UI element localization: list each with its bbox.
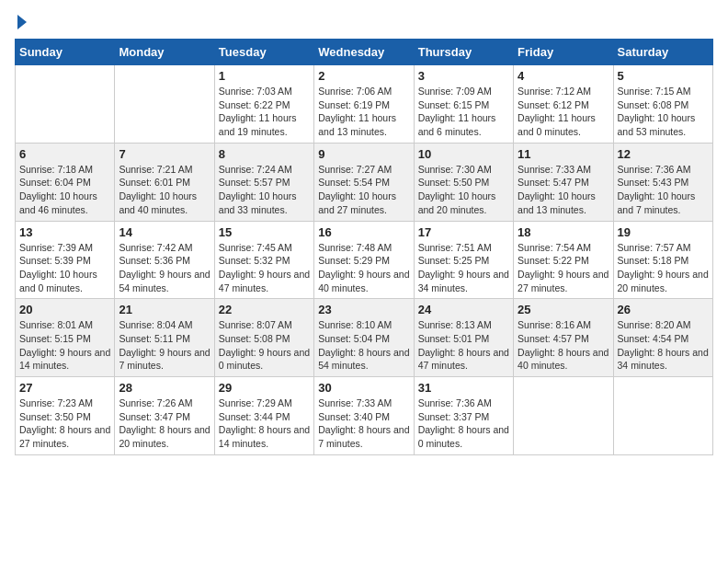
calendar-week-row: 20Sunrise: 8:01 AMSunset: 5:15 PMDayligh…: [16, 299, 713, 377]
calendar-cell: 30Sunrise: 7:33 AMSunset: 3:40 PMDayligh…: [314, 377, 414, 455]
day-info: Sunrise: 7:33 AMSunset: 3:40 PMDaylight:…: [318, 396, 409, 451]
day-info: Sunrise: 8:13 AMSunset: 5:01 PMDaylight:…: [418, 318, 509, 373]
calendar-cell: 21Sunrise: 8:04 AMSunset: 5:11 PMDayligh…: [115, 299, 214, 377]
day-info: Sunrise: 7:45 AMSunset: 5:32 PMDaylight:…: [219, 241, 310, 295]
calendar-cell: 23Sunrise: 8:10 AMSunset: 5:04 PMDayligh…: [314, 299, 414, 377]
calendar-cell: 3Sunrise: 7:09 AMSunset: 6:15 PMDaylight…: [414, 65, 513, 144]
day-info: Sunrise: 8:20 AMSunset: 4:54 PMDaylight:…: [618, 318, 709, 373]
day-info: Sunrise: 7:26 AMSunset: 3:47 PMDaylight:…: [119, 396, 210, 451]
day-info: Sunrise: 8:01 AMSunset: 5:15 PMDaylight:…: [19, 318, 110, 373]
calendar-week-row: 6Sunrise: 7:18 AMSunset: 6:04 PMDaylight…: [16, 143, 713, 221]
day-info: Sunrise: 7:48 AMSunset: 5:29 PMDaylight:…: [318, 241, 409, 295]
day-info: Sunrise: 8:04 AMSunset: 5:11 PMDaylight:…: [119, 318, 210, 373]
logo: [15, 15, 27, 29]
day-number: 9: [318, 147, 409, 161]
day-number: 6: [19, 147, 110, 161]
calendar-cell: 15Sunrise: 7:45 AMSunset: 5:32 PMDayligh…: [214, 221, 313, 299]
calendar-cell: 5Sunrise: 7:15 AMSunset: 6:08 PMDaylight…: [613, 65, 712, 144]
day-info: Sunrise: 7:30 AMSunset: 5:50 PMDaylight:…: [418, 163, 509, 217]
weekday-header-monday: Monday: [115, 40, 214, 65]
calendar-cell: 2Sunrise: 7:06 AMSunset: 6:19 PMDaylight…: [314, 65, 414, 144]
calendar-cell: 31Sunrise: 7:36 AMSunset: 3:37 PMDayligh…: [414, 377, 513, 455]
calendar-cell: [115, 65, 214, 144]
day-number: 20: [19, 303, 110, 316]
weekday-header-row: SundayMondayTuesdayWednesdayThursdayFrid…: [16, 40, 713, 65]
day-number: 11: [518, 147, 609, 161]
weekday-header-wednesday: Wednesday: [314, 40, 414, 65]
day-info: Sunrise: 7:36 AMSunset: 3:37 PMDaylight:…: [418, 396, 509, 451]
day-info: Sunrise: 7:29 AMSunset: 3:44 PMDaylight:…: [219, 396, 310, 451]
day-number: 8: [219, 147, 310, 161]
calendar-cell: 17Sunrise: 7:51 AMSunset: 5:25 PMDayligh…: [414, 221, 513, 299]
weekday-header-friday: Friday: [514, 40, 613, 65]
day-number: 12: [618, 147, 709, 161]
day-info: Sunrise: 7:27 AMSunset: 5:54 PMDaylight:…: [318, 163, 409, 217]
weekday-header-sunday: Sunday: [16, 40, 115, 65]
day-info: Sunrise: 7:33 AMSunset: 5:47 PMDaylight:…: [518, 163, 609, 217]
day-info: Sunrise: 7:57 AMSunset: 5:18 PMDaylight:…: [618, 241, 709, 295]
day-info: Sunrise: 7:15 AMSunset: 6:08 PMDaylight:…: [618, 85, 709, 139]
day-number: 13: [19, 225, 110, 239]
logo-arrow-icon: [17, 15, 27, 29]
day-number: 21: [119, 303, 210, 316]
calendar-cell: 10Sunrise: 7:30 AMSunset: 5:50 PMDayligh…: [414, 143, 513, 221]
day-info: Sunrise: 7:51 AMSunset: 5:25 PMDaylight:…: [418, 241, 509, 295]
day-number: 29: [219, 381, 310, 395]
calendar-cell: 9Sunrise: 7:27 AMSunset: 5:54 PMDaylight…: [314, 143, 414, 221]
calendar-week-row: 13Sunrise: 7:39 AMSunset: 5:39 PMDayligh…: [16, 221, 713, 299]
calendar-cell: 1Sunrise: 7:03 AMSunset: 6:22 PMDaylight…: [214, 65, 313, 144]
calendar-week-row: 1Sunrise: 7:03 AMSunset: 6:22 PMDaylight…: [16, 65, 713, 144]
day-number: 15: [219, 225, 310, 239]
calendar-cell: 4Sunrise: 7:12 AMSunset: 6:12 PMDaylight…: [514, 65, 613, 144]
day-info: Sunrise: 7:18 AMSunset: 6:04 PMDaylight:…: [19, 163, 110, 217]
page-header: [15, 15, 713, 29]
day-number: 7: [119, 147, 210, 161]
calendar-cell: 19Sunrise: 7:57 AMSunset: 5:18 PMDayligh…: [613, 221, 712, 299]
day-number: 26: [618, 303, 709, 316]
day-info: Sunrise: 7:36 AMSunset: 5:43 PMDaylight:…: [618, 163, 709, 217]
day-info: Sunrise: 8:16 AMSunset: 4:57 PMDaylight:…: [518, 318, 609, 373]
day-number: 30: [318, 381, 409, 395]
day-number: 17: [418, 225, 509, 239]
day-number: 19: [618, 225, 709, 239]
day-info: Sunrise: 7:24 AMSunset: 5:57 PMDaylight:…: [219, 163, 310, 217]
day-number: 25: [518, 303, 609, 316]
calendar-cell: 16Sunrise: 7:48 AMSunset: 5:29 PMDayligh…: [314, 221, 414, 299]
calendar-cell: 11Sunrise: 7:33 AMSunset: 5:47 PMDayligh…: [514, 143, 613, 221]
day-number: 16: [318, 225, 409, 239]
day-info: Sunrise: 7:21 AMSunset: 6:01 PMDaylight:…: [119, 163, 210, 217]
calendar-cell: 26Sunrise: 8:20 AMSunset: 4:54 PMDayligh…: [613, 299, 712, 377]
day-info: Sunrise: 7:09 AMSunset: 6:15 PMDaylight:…: [418, 85, 509, 139]
calendar-cell: 18Sunrise: 7:54 AMSunset: 5:22 PMDayligh…: [514, 221, 613, 299]
day-info: Sunrise: 7:12 AMSunset: 6:12 PMDaylight:…: [518, 85, 609, 139]
day-info: Sunrise: 7:23 AMSunset: 3:50 PMDaylight:…: [19, 396, 110, 451]
calendar-cell: 24Sunrise: 8:13 AMSunset: 5:01 PMDayligh…: [414, 299, 513, 377]
calendar-cell: 12Sunrise: 7:36 AMSunset: 5:43 PMDayligh…: [613, 143, 712, 221]
weekday-header-tuesday: Tuesday: [214, 40, 313, 65]
calendar-cell: 20Sunrise: 8:01 AMSunset: 5:15 PMDayligh…: [16, 299, 115, 377]
calendar-cell: 13Sunrise: 7:39 AMSunset: 5:39 PMDayligh…: [16, 221, 115, 299]
calendar-cell: 6Sunrise: 7:18 AMSunset: 6:04 PMDaylight…: [16, 143, 115, 221]
day-number: 31: [418, 381, 509, 395]
day-number: 4: [518, 69, 609, 83]
calendar-cell: [16, 65, 115, 144]
calendar-cell: 29Sunrise: 7:29 AMSunset: 3:44 PMDayligh…: [214, 377, 313, 455]
calendar-cell: [514, 377, 613, 455]
day-info: Sunrise: 8:10 AMSunset: 5:04 PMDaylight:…: [318, 318, 409, 373]
day-info: Sunrise: 7:54 AMSunset: 5:22 PMDaylight:…: [518, 241, 609, 295]
calendar-table: SundayMondayTuesdayWednesdayThursdayFrid…: [15, 39, 713, 455]
day-number: 22: [219, 303, 310, 316]
calendar-cell: 22Sunrise: 8:07 AMSunset: 5:08 PMDayligh…: [214, 299, 313, 377]
calendar-cell: 7Sunrise: 7:21 AMSunset: 6:01 PMDaylight…: [115, 143, 214, 221]
day-info: Sunrise: 7:03 AMSunset: 6:22 PMDaylight:…: [219, 85, 310, 139]
calendar-cell: 27Sunrise: 7:23 AMSunset: 3:50 PMDayligh…: [16, 377, 115, 455]
day-number: 14: [119, 225, 210, 239]
calendar-cell: 25Sunrise: 8:16 AMSunset: 4:57 PMDayligh…: [514, 299, 613, 377]
day-number: 10: [418, 147, 509, 161]
day-number: 3: [418, 69, 509, 83]
calendar-cell: 28Sunrise: 7:26 AMSunset: 3:47 PMDayligh…: [115, 377, 214, 455]
day-number: 24: [418, 303, 509, 316]
calendar-week-row: 27Sunrise: 7:23 AMSunset: 3:50 PMDayligh…: [16, 377, 713, 455]
day-number: 27: [19, 381, 110, 395]
day-info: Sunrise: 8:07 AMSunset: 5:08 PMDaylight:…: [219, 318, 310, 373]
